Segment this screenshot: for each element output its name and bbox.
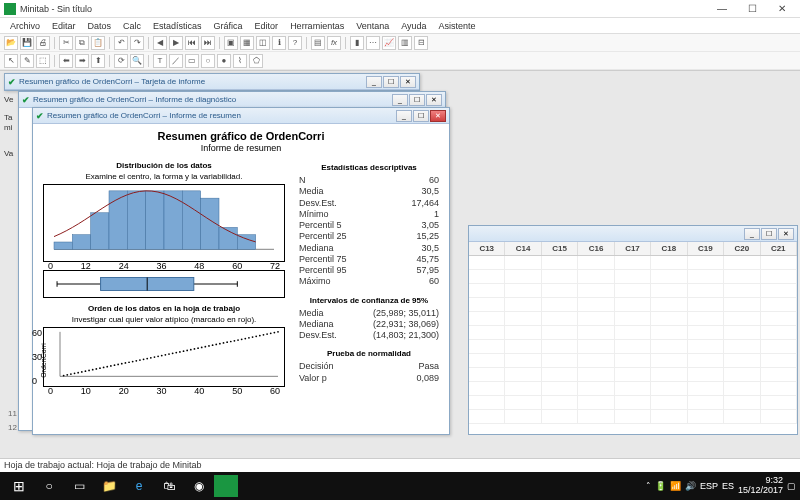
ws-cell[interactable] bbox=[724, 410, 760, 424]
ws-cell[interactable] bbox=[688, 270, 724, 284]
ws-cell[interactable] bbox=[469, 270, 505, 284]
maximize-button[interactable]: ☐ bbox=[738, 1, 766, 17]
worksheet-titlebar[interactable]: _ ☐ ✕ bbox=[469, 226, 797, 242]
menu-grafica[interactable]: Gráfica bbox=[208, 20, 249, 32]
hist-icon[interactable]: ▥ bbox=[398, 36, 412, 50]
ws-cell[interactable] bbox=[688, 368, 724, 382]
show-icon[interactable]: ▤ bbox=[311, 36, 325, 50]
ws-cell[interactable] bbox=[615, 382, 651, 396]
ws-cell[interactable] bbox=[651, 326, 687, 340]
card-maximize-button[interactable]: ☐ bbox=[383, 76, 399, 88]
diag-close-button[interactable]: ✕ bbox=[426, 94, 442, 106]
brush-icon[interactable]: ✎ bbox=[20, 54, 34, 68]
ws-cell[interactable] bbox=[651, 284, 687, 298]
summary-close-button[interactable]: ✕ bbox=[430, 110, 446, 122]
ws-cell[interactable] bbox=[615, 354, 651, 368]
ws-col-c13[interactable]: C13 bbox=[469, 242, 505, 255]
ws-cell[interactable] bbox=[761, 396, 797, 410]
ws-cell[interactable] bbox=[724, 396, 760, 410]
ws-cell[interactable] bbox=[651, 298, 687, 312]
ws-col-c15[interactable]: C15 bbox=[542, 242, 578, 255]
chrome-icon[interactable]: ◉ bbox=[184, 474, 214, 498]
nav-next-icon[interactable]: ▶ bbox=[169, 36, 183, 50]
ws-cell[interactable] bbox=[651, 312, 687, 326]
tray-notifications-icon[interactable]: ▢ bbox=[787, 481, 796, 491]
ws-col-c20[interactable]: C20 bbox=[724, 242, 760, 255]
tray-kbd[interactable]: ES bbox=[722, 481, 734, 491]
worksheet-icon[interactable]: ▦ bbox=[240, 36, 254, 50]
subwindow-card[interactable]: ✔ Resumen gráfico de OrdenCorri – Tarjet… bbox=[4, 73, 420, 91]
open-icon[interactable]: 📂 bbox=[4, 36, 18, 50]
polygon-icon[interactable]: ⬠ bbox=[249, 54, 263, 68]
cut-icon[interactable]: ✂ bbox=[59, 36, 73, 50]
ws-cell[interactable] bbox=[469, 382, 505, 396]
card-minimize-button[interactable]: _ bbox=[366, 76, 382, 88]
tray-battery-icon[interactable]: 🔋 bbox=[655, 481, 666, 491]
menu-editar[interactable]: Editar bbox=[46, 20, 82, 32]
ws-cell[interactable] bbox=[761, 312, 797, 326]
menu-calc[interactable]: Calc bbox=[117, 20, 147, 32]
close-button[interactable]: ✕ bbox=[768, 1, 796, 17]
ws-cell[interactable] bbox=[469, 298, 505, 312]
ws-cell[interactable] bbox=[615, 396, 651, 410]
ws-cell[interactable] bbox=[578, 326, 614, 340]
ws-cell[interactable] bbox=[505, 326, 541, 340]
nav-first-icon[interactable]: ⏮ bbox=[185, 36, 199, 50]
ws-cell[interactable] bbox=[615, 284, 651, 298]
ws-cell[interactable] bbox=[469, 368, 505, 382]
ws-cell[interactable] bbox=[651, 410, 687, 424]
ws-cell[interactable] bbox=[505, 354, 541, 368]
ws-cell[interactable] bbox=[542, 396, 578, 410]
ws-cell[interactable] bbox=[761, 354, 797, 368]
ws-cell[interactable] bbox=[615, 368, 651, 382]
ws-cell[interactable] bbox=[688, 396, 724, 410]
ws-cell[interactable] bbox=[542, 340, 578, 354]
store-icon[interactable]: 🛍 bbox=[154, 474, 184, 498]
ws-close-button[interactable]: ✕ bbox=[778, 228, 794, 240]
summary-maximize-button[interactable]: ☐ bbox=[413, 110, 429, 122]
ws-col-c18[interactable]: C18 bbox=[651, 242, 687, 255]
ws-cell[interactable] bbox=[505, 382, 541, 396]
subwindow-summary-titlebar[interactable]: ✔ Resumen gráfico de OrdenCorri – Inform… bbox=[33, 108, 449, 124]
ws-cell[interactable] bbox=[761, 256, 797, 270]
ws-cell[interactable] bbox=[578, 312, 614, 326]
zoom-icon[interactable]: 🔍 bbox=[130, 54, 144, 68]
ws-cell[interactable] bbox=[542, 354, 578, 368]
undo-icon[interactable]: ↶ bbox=[114, 36, 128, 50]
select-icon[interactable]: ⬚ bbox=[36, 54, 50, 68]
ws-cell[interactable] bbox=[505, 284, 541, 298]
ws-maximize-button[interactable]: ☐ bbox=[761, 228, 777, 240]
menu-archivo[interactable]: Archivo bbox=[4, 20, 46, 32]
rotate-icon[interactable]: ⟳ bbox=[114, 54, 128, 68]
menu-herramientas[interactable]: Herramientas bbox=[284, 20, 350, 32]
ws-cell[interactable] bbox=[651, 368, 687, 382]
diag-maximize-button[interactable]: ☐ bbox=[409, 94, 425, 106]
session-icon[interactable]: ▣ bbox=[224, 36, 238, 50]
ws-cell[interactable] bbox=[724, 284, 760, 298]
ws-cell[interactable] bbox=[688, 256, 724, 270]
ws-cell[interactable] bbox=[615, 270, 651, 284]
ws-cell[interactable] bbox=[469, 410, 505, 424]
ws-cell[interactable] bbox=[542, 298, 578, 312]
ws-cell[interactable] bbox=[688, 410, 724, 424]
menu-datos[interactable]: Datos bbox=[82, 20, 118, 32]
copy-icon[interactable]: ⧉ bbox=[75, 36, 89, 50]
ws-cell[interactable] bbox=[724, 270, 760, 284]
ws-cell[interactable] bbox=[688, 340, 724, 354]
subwindow-summary[interactable]: ✔ Resumen gráfico de OrdenCorri – Inform… bbox=[32, 107, 450, 435]
ws-cell[interactable] bbox=[505, 396, 541, 410]
ws-cell[interactable] bbox=[578, 396, 614, 410]
ws-cell[interactable] bbox=[469, 340, 505, 354]
fx-icon[interactable]: fx bbox=[327, 36, 341, 50]
pointer-icon[interactable]: ↖ bbox=[4, 54, 18, 68]
boxplot-icon[interactable]: ⊟ bbox=[414, 36, 428, 50]
ws-cell[interactable] bbox=[688, 312, 724, 326]
ws-cell[interactable] bbox=[578, 298, 614, 312]
ws-col-c19[interactable]: C19 bbox=[688, 242, 724, 255]
menu-asistente[interactable]: Asistente bbox=[433, 20, 482, 32]
ws-cell[interactable] bbox=[724, 340, 760, 354]
marker-icon[interactable]: ● bbox=[217, 54, 231, 68]
subwindow-card-titlebar[interactable]: ✔ Resumen gráfico de OrdenCorri – Tarjet… bbox=[5, 74, 419, 90]
ws-cell[interactable] bbox=[542, 382, 578, 396]
scatter-icon[interactable]: ⋯ bbox=[366, 36, 380, 50]
